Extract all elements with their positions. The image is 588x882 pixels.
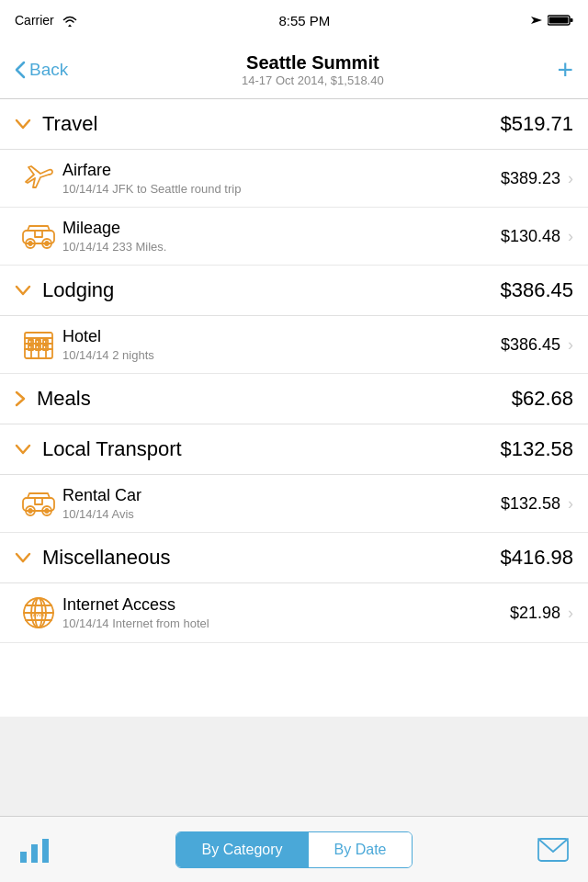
back-chevron-icon (15, 61, 26, 79)
category-meals-amount: $62.68 (512, 387, 573, 411)
expense-internet-access[interactable]: WWW Internet Access 10/14/14 Internet fr… (0, 583, 588, 643)
svg-text:WWW: WWW (29, 611, 48, 617)
category-travel-amount: $519.71 (500, 112, 573, 136)
internet-icon: WWW (15, 594, 62, 631)
chevron-right-icon (15, 390, 26, 407)
svg-rect-3 (549, 17, 569, 24)
status-bar-time: 8:55 PM (278, 13, 330, 28)
category-meals-header[interactable]: Meals $62.68 (0, 374, 588, 424)
expense-list: Travel $519.71 Airfare 10/14/14 JFK to S… (0, 99, 588, 717)
email-button[interactable] (537, 837, 570, 863)
expense-hotel[interactable]: Hotel 10/14/14 2 nights $386.45 › (0, 316, 588, 374)
airfare-sub: 10/14/14 JFK to Seattle round trip (62, 182, 501, 196)
category-travel-header[interactable]: Travel $519.71 (0, 99, 588, 150)
location-icon (531, 14, 542, 27)
rental-car-sub: 10/14/14 Avis (62, 507, 501, 521)
back-button[interactable]: Back (15, 60, 68, 80)
airfare-name: Airfare (62, 161, 501, 180)
mileage-amount: $130.48 (501, 227, 560, 246)
category-lodging-header[interactable]: Lodging $386.45 (0, 266, 588, 316)
nav-title: Seattle Summit 14-17 Oct 2014, $1,518.40 (242, 52, 384, 87)
status-bar-left: Carrier (15, 13, 78, 28)
chevron-down-icon (15, 552, 31, 563)
category-miscellaneous-label: Miscellaneous (42, 546, 170, 570)
mileage-icon (15, 223, 62, 249)
category-lodging-label: Lodging (42, 278, 114, 302)
rental-car-chevron-icon: › (568, 494, 573, 514)
status-bar: Carrier 8:55 PM (0, 0, 588, 40)
svg-rect-2 (571, 18, 573, 22)
rental-car-icon (15, 491, 62, 516)
hotel-chevron-icon: › (568, 335, 573, 355)
tab-by-category[interactable]: By Category (176, 832, 309, 867)
expense-airfare[interactable]: Airfare 10/14/14 JFK to Seattle round tr… (0, 150, 588, 208)
category-meals-label: Meals (37, 387, 91, 411)
chart-icon[interactable] (18, 835, 51, 865)
airfare-amount: $389.23 (501, 169, 560, 188)
hotel-amount: $386.45 (501, 335, 560, 355)
category-miscellaneous-header[interactable]: Miscellaneous $416.98 (0, 533, 588, 583)
category-local-transport-header[interactable]: Local Transport $132.58 (0, 424, 588, 475)
svg-rect-36 (42, 839, 49, 863)
nav-bar: Back Seattle Summit 14-17 Oct 2014, $1,5… (0, 40, 588, 99)
internet-access-amount: $21.98 (510, 604, 560, 623)
chevron-down-icon (15, 119, 31, 130)
rental-car-amount: $132.58 (501, 494, 560, 514)
category-local-transport-label: Local Transport (42, 437, 182, 461)
expense-rental-car[interactable]: Rental Car 10/14/14 Avis $132.58 › (0, 475, 588, 533)
category-miscellaneous-amount: $416.98 (500, 546, 573, 570)
category-lodging-amount: $386.45 (500, 278, 573, 302)
internet-access-chevron-icon: › (568, 604, 573, 623)
carrier-label: Carrier (15, 13, 54, 28)
view-mode-tabs: By Category By Date (175, 831, 413, 868)
chevron-down-icon (15, 444, 31, 455)
hotel-name: Hotel (62, 327, 501, 346)
battery-icon (548, 14, 573, 27)
category-local-transport-amount: $132.58 (500, 437, 573, 461)
hotel-icon (15, 327, 62, 362)
mileage-chevron-icon: › (568, 227, 573, 246)
page-title: Seattle Summit (242, 52, 384, 74)
wifi-icon (62, 14, 78, 27)
category-travel-label: Travel (42, 112, 97, 136)
internet-access-name: Internet Access (62, 595, 510, 615)
airfare-chevron-icon: › (568, 169, 573, 188)
svg-rect-35 (31, 844, 38, 863)
svg-rect-34 (20, 852, 27, 863)
mileage-name: Mileage (62, 219, 501, 238)
airfare-icon (15, 162, 62, 195)
rental-car-name: Rental Car (62, 486, 501, 505)
bottom-toolbar: By Category By Date (0, 816, 588, 882)
mileage-sub: 10/14/14 233 Miles. (62, 240, 501, 254)
internet-access-sub: 10/14/14 Internet from hotel (62, 616, 510, 630)
hotel-sub: 10/14/14 2 nights (62, 348, 501, 362)
page-subtitle: 14-17 Oct 2014, $1,518.40 (242, 74, 384, 87)
chevron-down-icon (15, 285, 31, 296)
status-bar-right (531, 14, 573, 27)
back-label: Back (29, 60, 68, 80)
expense-mileage[interactable]: Mileage 10/14/14 233 Miles. $130.48 › (0, 208, 588, 266)
svg-marker-0 (531, 17, 542, 24)
add-button[interactable]: + (557, 56, 573, 84)
tab-by-date[interactable]: By Date (309, 832, 413, 867)
